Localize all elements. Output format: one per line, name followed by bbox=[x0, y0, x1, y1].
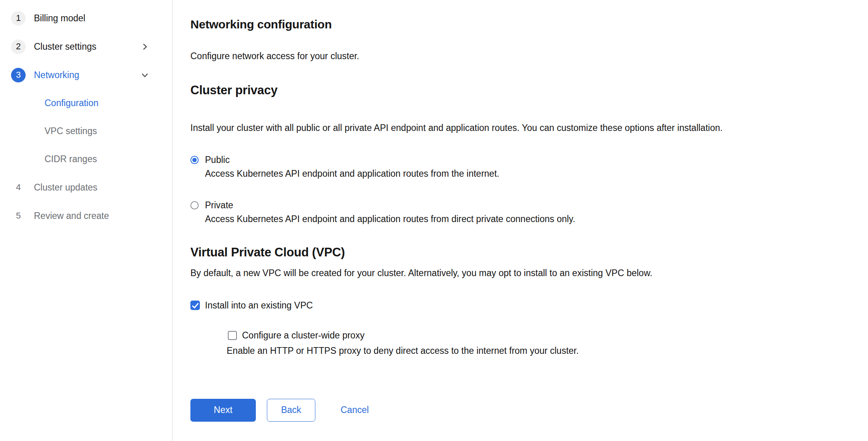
install-existing-vpc-checkbox[interactable] bbox=[190, 301, 200, 310]
vpc-heading: Virtual Private Cloud (VPC) bbox=[190, 244, 856, 260]
wizard-step-label: Billing model bbox=[34, 13, 85, 24]
public-radio-description: Access Kubernetes API endpoint and appli… bbox=[205, 168, 856, 180]
wizard-substep-vpc-settings[interactable]: VPC settings bbox=[0, 117, 172, 145]
vpc-description: By default, a new VPC will be created fo… bbox=[190, 267, 856, 279]
cancel-button[interactable]: Cancel bbox=[338, 404, 371, 416]
wizard-nav-sidebar: 1 Billing model 2 Cluster settings 3 Net… bbox=[0, 0, 173, 441]
wizard-footer: Next Back Cancel bbox=[190, 399, 856, 422]
wizard-step-content: Networking configuration Configure netwo… bbox=[173, 0, 868, 441]
step-number-badge: 5 bbox=[11, 209, 26, 223]
install-existing-vpc-row[interactable]: Install into an existing VPC bbox=[190, 300, 856, 311]
wizard-step-review-and-create[interactable]: 5 Review and create bbox=[0, 202, 172, 230]
cluster-wide-proxy-checkbox[interactable] bbox=[228, 331, 237, 340]
private-radio-description: Access Kubernetes API endpoint and appli… bbox=[205, 213, 856, 225]
wizard-step-cluster-settings[interactable]: 2 Cluster settings bbox=[0, 32, 172, 61]
public-radio-button[interactable] bbox=[190, 156, 199, 164]
step-number-badge: 1 bbox=[11, 11, 26, 26]
cluster-privacy-description: Install your cluster with all public or … bbox=[190, 122, 856, 134]
privacy-option-public: Public Access Kubernetes API endpoint an… bbox=[190, 155, 856, 180]
wizard-step-billing-model[interactable]: 1 Billing model bbox=[0, 4, 172, 32]
step-number-badge: 2 bbox=[11, 39, 26, 54]
public-radio-row[interactable]: Public bbox=[190, 155, 856, 165]
step-number-badge: 3 bbox=[11, 68, 26, 82]
wizard-substep-configuration[interactable]: Configuration bbox=[0, 89, 172, 117]
cluster-wide-proxy-label: Configure a cluster-wide proxy bbox=[242, 330, 365, 341]
wizard-step-label: Networking bbox=[34, 70, 79, 80]
public-radio-label: Public bbox=[205, 155, 230, 165]
wizard-step-label: Cluster settings bbox=[34, 41, 97, 52]
cluster-wizard-screen: 1 Billing model 2 Cluster settings 3 Net… bbox=[0, 0, 868, 441]
page-title: Networking configuration bbox=[190, 17, 856, 32]
wizard-step-networking[interactable]: 3 Networking bbox=[0, 61, 172, 89]
step-number-badge: 4 bbox=[11, 180, 26, 195]
next-button[interactable]: Next bbox=[190, 399, 256, 422]
cluster-wide-proxy-description: Enable an HTTP or HTTPS proxy to deny di… bbox=[227, 345, 856, 357]
chevron-down-icon bbox=[140, 71, 149, 80]
cluster-privacy-heading: Cluster privacy bbox=[190, 82, 856, 98]
cluster-wide-proxy-row[interactable]: Configure a cluster-wide proxy bbox=[228, 330, 856, 341]
page-subtitle: Configure network access for your cluste… bbox=[190, 50, 856, 62]
wizard-step-label: Review and create bbox=[34, 211, 109, 221]
install-existing-vpc-label: Install into an existing VPC bbox=[205, 300, 313, 311]
wizard-substep-cidr-ranges[interactable]: CIDR ranges bbox=[0, 145, 172, 173]
back-button[interactable]: Back bbox=[267, 399, 315, 422]
wizard-step-cluster-updates[interactable]: 4 Cluster updates bbox=[0, 173, 172, 202]
wizard-step-label: Cluster updates bbox=[34, 182, 97, 193]
private-radio-button[interactable] bbox=[190, 201, 199, 209]
privacy-option-private: Private Access Kubernetes API endpoint a… bbox=[190, 200, 856, 225]
private-radio-row[interactable]: Private bbox=[190, 200, 856, 211]
private-radio-label: Private bbox=[205, 200, 233, 211]
chevron-right-icon bbox=[140, 42, 149, 51]
